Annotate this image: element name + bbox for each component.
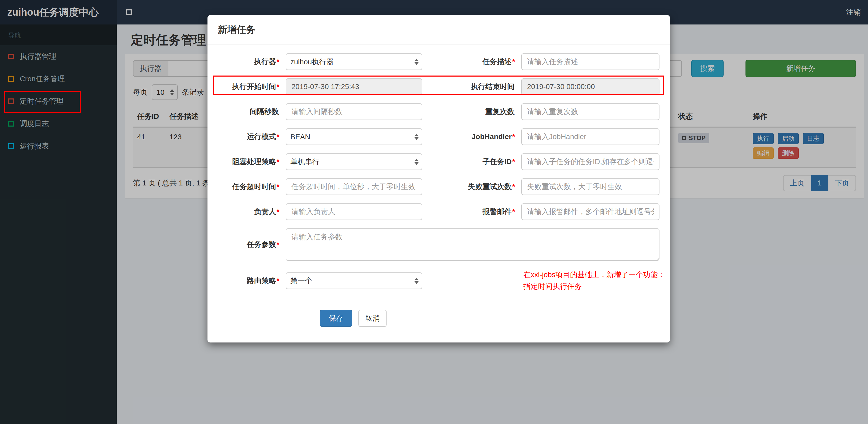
end-time-input[interactable] [521,78,659,95]
route-strategy-select[interactable]: 第一个 [286,272,422,289]
run-mode-label: 运行模式* [218,132,286,142]
modal-title: 新增任务 [218,24,255,35]
job-handler-input[interactable] [521,128,659,145]
timeout-label: 任务超时时间* [218,182,286,192]
executor-select-control[interactable]: zuihou执行器 [286,54,422,70]
owner-label: 负责人* [218,207,286,217]
route-strategy-label: 路由策略* [218,276,286,286]
modal-body: 执行器* zuihou执行器 任务描述* 执行开始时间* 执行结束时间 [208,45,670,292]
block-strategy-select-control[interactable]: 单机串行 [286,153,422,170]
block-strategy-label: 阻塞处理策略* [218,157,286,167]
job-param-textarea[interactable] [286,228,659,261]
repeat-count-label: 重复次数 [422,107,521,117]
interval-label: 间隔秒数 [218,107,286,117]
start-time-input[interactable] [286,78,422,95]
feature-note-line2: 指定时间执行任务 [523,281,665,292]
feature-note: 在xxl-jobs项目的基础上，新增了一个功能： 指定时间执行任务 [523,269,665,292]
block-strategy-select[interactable]: 单机串行 [286,153,422,170]
executor-select[interactable]: zuihou执行器 [286,54,422,70]
child-job-label: 子任务ID* [422,157,521,167]
fail-retry-input[interactable] [521,178,659,195]
interval-input[interactable] [286,103,422,120]
job-handler-label: JobHandler* [422,133,521,141]
feature-note-line1: 在xxl-jobs项目的基础上，新增了一个功能： [523,269,665,281]
cancel-button[interactable]: 取消 [359,310,386,327]
save-button[interactable]: 保存 [320,310,352,327]
owner-input[interactable] [286,203,422,220]
route-strategy-select-control[interactable]: 第一个 [286,272,422,289]
timeout-input[interactable] [286,178,422,195]
child-job-input[interactable] [521,153,659,170]
job-desc-label: 任务描述* [422,57,521,67]
alarm-email-label: 报警邮件* [422,207,521,217]
modal-footer: 保存 取消 [208,301,670,343]
run-mode-select[interactable]: BEAN [286,128,422,145]
add-job-modal: 新增任务 执行器* zuihou执行器 任务描述* 执行开始时间* 执行结束 [208,15,670,343]
modal-header: 新增任务 [208,15,670,45]
alarm-email-input[interactable] [521,203,659,220]
app-root: zuihou任务调度中心 注销 导航 执行器管理 Cron任务管理 定时任务管理… [0,0,868,424]
start-time-label: 执行开始时间* [218,82,286,92]
executor-label: 执行器* [218,57,286,67]
run-mode-select-control[interactable]: BEAN [286,128,422,145]
end-time-label: 执行结束时间 [422,82,521,92]
fail-retry-label: 失败重试次数* [422,182,521,192]
repeat-count-input[interactable] [521,103,659,120]
job-param-label: 任务参数* [218,239,286,250]
job-desc-input[interactable] [521,54,659,70]
